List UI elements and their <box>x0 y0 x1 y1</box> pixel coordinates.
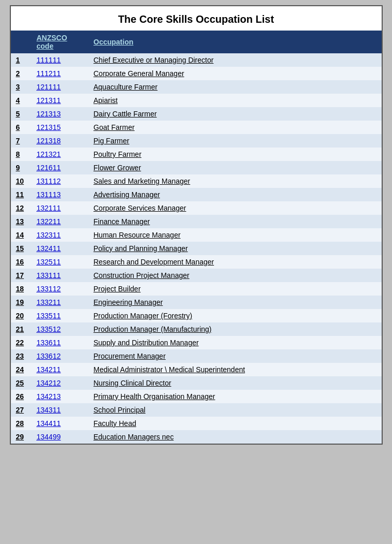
row-occupation: Education Managers nec <box>89 430 382 444</box>
table-row: 19133211Engineering Manager <box>11 296 382 309</box>
row-anzsco-code[interactable]: 133211 <box>32 296 89 309</box>
table-row: 23133612Procurement Manager <box>11 349 382 363</box>
row-anzsco-code[interactable]: 132111 <box>32 201 89 215</box>
row-anzsco-code[interactable]: 134411 <box>32 417 89 430</box>
row-number: 13 <box>11 215 32 228</box>
row-number: 3 <box>11 80 32 94</box>
row-anzsco-code[interactable]: 131112 <box>32 174 89 188</box>
row-occupation: Pig Farmer <box>89 134 382 148</box>
table-row: 14132311Human Resource Manager <box>11 228 382 242</box>
row-anzsco-code[interactable]: 134499 <box>32 430 89 444</box>
main-container: The Core Skills Occupation List ANZSCO c… <box>10 5 383 445</box>
row-occupation: Policy and Planning Manager <box>89 242 382 255</box>
row-anzsco-code[interactable]: 134213 <box>32 390 89 403</box>
table-row: 13132211Finance Manager <box>11 215 382 228</box>
row-occupation: Faculty Head <box>89 417 382 430</box>
row-occupation: Advertising Manager <box>89 188 382 201</box>
table-row: 6121315Goat Farmer <box>11 121 382 134</box>
row-occupation: Finance Manager <box>89 215 382 228</box>
table-row: 28134411Faculty Head <box>11 417 382 430</box>
page-title: The Core Skills Occupation List <box>11 6 382 31</box>
row-anzsco-code[interactable]: 121313 <box>32 107 89 121</box>
row-occupation: Goat Farmer <box>89 121 382 134</box>
table-header-row: ANZSCO code Occupation <box>11 31 382 53</box>
row-occupation: Research and Development Manager <box>89 255 382 269</box>
row-occupation: Engineering Manager <box>89 296 382 309</box>
row-occupation: Production Manager (Manufacturing) <box>89 322 382 336</box>
row-occupation: Dairy Cattle Farmer <box>89 107 382 121</box>
occupation-table: ANZSCO code Occupation 1111111Chief Exec… <box>11 31 382 444</box>
row-anzsco-code[interactable]: 111211 <box>32 67 89 80</box>
table-row: 18133112Project Builder <box>11 282 382 296</box>
header-occupation: Occupation <box>89 31 382 53</box>
row-number: 10 <box>11 174 32 188</box>
row-occupation: Sales and Marketing Manager <box>89 174 382 188</box>
row-anzsco-code[interactable]: 134211 <box>32 363 89 376</box>
row-occupation: Poultry Farmer <box>89 148 382 161</box>
row-anzsco-code[interactable]: 121111 <box>32 80 89 94</box>
row-number: 14 <box>11 228 32 242</box>
table-row: 21133512Production Manager (Manufacturin… <box>11 322 382 336</box>
table-row: 22133611Supply and Distribution Manager <box>11 336 382 349</box>
table-row: 12132111Corporate Services Manager <box>11 201 382 215</box>
table-row: 24134211Medical Administrator \ Medical … <box>11 363 382 376</box>
row-occupation: Project Builder <box>89 282 382 296</box>
row-number: 24 <box>11 363 32 376</box>
header-anzsco: ANZSCO code <box>32 31 89 53</box>
row-occupation: Flower Grower <box>89 161 382 174</box>
row-number: 1 <box>11 53 32 67</box>
table-row: 9121611Flower Grower <box>11 161 382 174</box>
row-anzsco-code[interactable]: 121321 <box>32 148 89 161</box>
row-anzsco-code[interactable]: 133611 <box>32 336 89 349</box>
row-occupation: School Principal <box>89 403 382 417</box>
row-anzsco-code[interactable]: 121318 <box>32 134 89 148</box>
row-number: 8 <box>11 148 32 161</box>
row-occupation: Corporate General Manager <box>89 67 382 80</box>
row-number: 4 <box>11 94 32 107</box>
row-anzsco-code[interactable]: 132411 <box>32 242 89 255</box>
row-number: 23 <box>11 349 32 363</box>
table-row: 17133111Construction Project Manager <box>11 269 382 282</box>
row-anzsco-code[interactable]: 131113 <box>32 188 89 201</box>
table-row: 15132411Policy and Planning Manager <box>11 242 382 255</box>
table-row: 29134499Education Managers nec <box>11 430 382 444</box>
row-anzsco-code[interactable]: 121611 <box>32 161 89 174</box>
row-occupation: Procurement Manager <box>89 349 382 363</box>
table-row: 20133511Production Manager (Forestry) <box>11 309 382 322</box>
table-row: 16132511Research and Development Manager <box>11 255 382 269</box>
row-anzsco-code[interactable]: 121315 <box>32 121 89 134</box>
table-row: 27134311School Principal <box>11 403 382 417</box>
row-anzsco-code[interactable]: 134212 <box>32 376 89 390</box>
table-row: 8121321Poultry Farmer <box>11 148 382 161</box>
row-anzsco-code[interactable]: 133111 <box>32 269 89 282</box>
row-number: 12 <box>11 201 32 215</box>
row-number: 17 <box>11 269 32 282</box>
row-occupation: Human Resource Manager <box>89 228 382 242</box>
row-number: 5 <box>11 107 32 121</box>
row-anzsco-code[interactable]: 121311 <box>32 94 89 107</box>
row-anzsco-code[interactable]: 132511 <box>32 255 89 269</box>
row-number: 7 <box>11 134 32 148</box>
table-row: 25134212Nursing Clinical Director <box>11 376 382 390</box>
row-number: 15 <box>11 242 32 255</box>
row-number: 11 <box>11 188 32 201</box>
row-occupation: Aquaculture Farmer <box>89 80 382 94</box>
row-number: 19 <box>11 296 32 309</box>
row-anzsco-code[interactable]: 132211 <box>32 215 89 228</box>
row-anzsco-code[interactable]: 133112 <box>32 282 89 296</box>
table-row: 3121111Aquaculture Farmer <box>11 80 382 94</box>
table-row: 2111211Corporate General Manager <box>11 67 382 80</box>
row-anzsco-code[interactable]: 133612 <box>32 349 89 363</box>
table-row: 5121313Dairy Cattle Farmer <box>11 107 382 121</box>
row-occupation: Chief Executive or Managing Director <box>89 53 382 67</box>
row-number: 21 <box>11 322 32 336</box>
row-anzsco-code[interactable]: 111111 <box>32 53 89 67</box>
table-row: 4121311Apiarist <box>11 94 382 107</box>
row-occupation: Production Manager (Forestry) <box>89 309 382 322</box>
row-anzsco-code[interactable]: 132311 <box>32 228 89 242</box>
row-occupation: Supply and Distribution Manager <box>89 336 382 349</box>
row-anzsco-code[interactable]: 134311 <box>32 403 89 417</box>
row-anzsco-code[interactable]: 133511 <box>32 309 89 322</box>
row-anzsco-code[interactable]: 133512 <box>32 322 89 336</box>
row-occupation: Medical Administrator \ Medical Superint… <box>89 363 382 376</box>
